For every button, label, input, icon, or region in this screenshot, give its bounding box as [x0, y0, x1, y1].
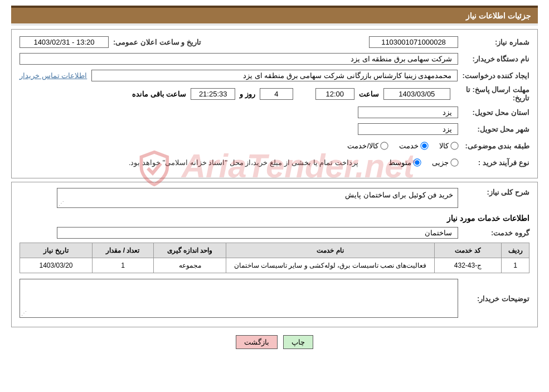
action-bar: چاپ بازگشت — [11, 335, 538, 349]
cell-idx: 1 — [502, 258, 529, 273]
info-section: شماره نیاز: 1103001071000028 تاریخ و ساع… — [11, 29, 538, 178]
days-value: 4 — [260, 88, 293, 100]
header-divider — [11, 23, 538, 26]
class-label: طبقه بندی موضوعی: — [463, 142, 529, 150]
resize-handle-icon: ⋰ — [59, 200, 64, 206]
summary-label: شرح کلی نیاز: — [463, 188, 529, 196]
services-title: اطلاعات خدمات مورد نیاز — [20, 214, 529, 222]
cell-name: فعالیت‌های نصب تاسیسات برق، لوله‌کشی و س… — [226, 258, 435, 273]
resize-handle-icon: ⋰ — [21, 310, 27, 316]
announce-label: تاریخ و ساعت اعلان عمومی: — [113, 38, 201, 46]
remaining-label: ساعت باقی مانده — [132, 90, 186, 98]
announce-value: 13:20 - 1403/02/31 — [20, 36, 109, 48]
page-header: جزئیات اطلاعات نیاز — [11, 6, 538, 23]
th-qty: تعداد / مقدار — [93, 243, 154, 258]
need-no-value: 1103001071000028 — [369, 36, 458, 48]
buyer-value: شرکت سهامی برق منطقه ای یزد — [20, 53, 458, 65]
cell-qty: 1 — [93, 258, 154, 273]
cell-code: ج-43-432 — [435, 258, 502, 273]
mixed-label: کالا/خدمت — [347, 142, 378, 150]
province-label: استان محل تحویل: — [463, 108, 529, 117]
days-label: روز و — [240, 90, 255, 98]
table-header-row: ردیف کد خدمت نام خدمت واحد اندازه گیری ت… — [20, 243, 529, 258]
service-label: خدمت — [399, 142, 419, 150]
goods-label: کالا — [439, 142, 449, 150]
buyer-notes-label: توضیحات خریدار: — [463, 294, 529, 303]
payment-note: پرداخت تمام یا بخشی از مبلغ خرید،از محل … — [129, 158, 358, 167]
city-value: یزد — [358, 123, 458, 135]
th-unit: واحد اندازه گیری — [154, 243, 226, 258]
cell-date: 1403/03/20 — [20, 258, 93, 273]
deadline-label-b: تاریخ: — [513, 94, 529, 102]
deadline-label-a: مهلت ارسال پاسخ: تا — [466, 85, 529, 94]
group-label: گروه خدمت: — [463, 229, 529, 237]
deadline-date: 1403/03/05 — [383, 88, 450, 100]
goods-radio[interactable] — [450, 142, 458, 149]
time-label: ساعت — [359, 90, 379, 98]
small-label: جزیی — [432, 158, 449, 167]
province-value: یزد — [358, 107, 458, 118]
buyer-notes-textarea[interactable]: ⋰ — [20, 279, 458, 318]
th-name: نام خدمت — [226, 243, 435, 258]
th-code: کد خدمت — [435, 243, 502, 258]
requester-label: ایجاد کننده درخواست: — [462, 71, 529, 80]
purchase-type-label: نوع فرآیند خرید : — [463, 158, 529, 167]
medium-radio[interactable] — [413, 158, 421, 166]
buyer-label: نام دستگاه خریدار: — [463, 55, 529, 63]
need-section: شرح کلی نیاز: خرید فن کوئیل برای ساختمان… — [11, 182, 538, 327]
city-label: شهر محل تحویل: — [463, 125, 529, 133]
services-table: ردیف کد خدمت نام خدمت واحد اندازه گیری ت… — [20, 243, 529, 273]
deadline-time: 12:00 — [315, 88, 354, 100]
contact-link[interactable]: اطلاعات تماس خریدار — [20, 71, 87, 80]
th-date: تاریخ نیاز — [20, 243, 93, 258]
th-idx: ردیف — [502, 243, 529, 258]
mixed-radio[interactable] — [380, 142, 388, 149]
need-no-label: شماره نیاز: — [463, 38, 529, 46]
table-row: 1 ج-43-432 فعالیت‌های نصب تاسیسات برق، ل… — [20, 258, 529, 273]
summary-textarea[interactable]: خرید فن کوئیل برای ساختمان پایش ⋰ — [57, 188, 458, 208]
print-button[interactable]: چاپ — [283, 335, 313, 349]
purchase-radios: جزیی متوسط — [381, 158, 458, 167]
countdown: 21:25:33 — [191, 88, 235, 100]
group-value: ساختمان — [57, 227, 458, 239]
class-radios: کالا خدمت کالا/خدمت — [339, 142, 458, 150]
small-radio[interactable] — [450, 158, 458, 166]
requester-value: محمدمهدی زینیا کارشناس بازرگانی شرکت سها… — [91, 70, 458, 81]
back-button[interactable]: بازگشت — [236, 335, 278, 349]
page-title: جزئیات اطلاعات نیاز — [466, 11, 531, 20]
summary-value: خرید فن کوئیل برای ساختمان پایش — [345, 191, 453, 199]
cell-unit: مجموعه — [154, 258, 226, 273]
medium-label: متوسط — [388, 158, 411, 167]
service-radio[interactable] — [420, 142, 428, 149]
